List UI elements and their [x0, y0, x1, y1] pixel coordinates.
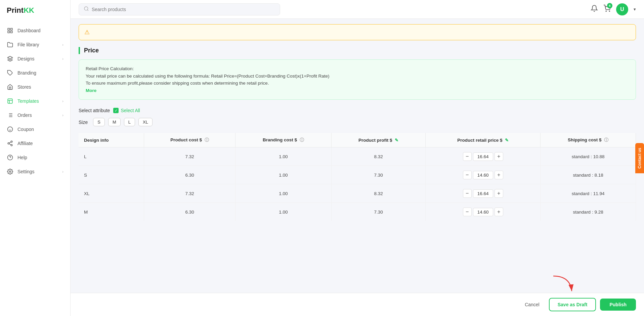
sidebar-item-label: Settings — [17, 169, 35, 174]
svg-line-26 — [87, 10, 88, 11]
retail-price-increment-2[interactable]: + — [495, 189, 503, 198]
retail-price-input-2[interactable] — [473, 189, 493, 198]
settings-icon — [7, 168, 13, 175]
cell-branding-cost-2: 1.00 — [235, 184, 331, 203]
cell-retail-price-2: − + — [426, 184, 541, 203]
info-icon-product-cost[interactable]: ⓘ — [205, 137, 209, 142]
retail-price-decrement-3[interactable]: − — [463, 208, 472, 216]
cell-retail-price-1: − + — [426, 166, 541, 184]
sidebar-item-label: Help — [17, 155, 27, 160]
cart-icon[interactable]: 6 — [603, 5, 611, 14]
size-l-button[interactable]: L — [124, 118, 135, 126]
search-bar[interactable] — [79, 3, 280, 15]
cart-badge: 6 — [607, 3, 612, 8]
cell-product-profit-2: 8.32 — [332, 184, 426, 203]
cell-product-profit-0: 8.32 — [332, 147, 426, 166]
logo-accent: KK — [24, 6, 34, 14]
retail-price-increment-3[interactable]: + — [495, 208, 503, 216]
size-s-button[interactable]: S — [93, 118, 105, 126]
th-product-retail: Product retail price $ ✎ — [426, 133, 541, 147]
size-xl-button[interactable]: XL — [138, 118, 153, 126]
sidebar-item-label: Templates — [17, 98, 39, 104]
retail-price-decrement-0[interactable]: − — [463, 152, 472, 161]
retail-price-increment-1[interactable]: + — [495, 171, 503, 179]
table-row: S 6.30 1.00 7.30 − + standard : 8.18 — [79, 166, 636, 184]
notification-bell[interactable] — [591, 5, 598, 14]
warning-icon: ⚠ — [84, 29, 90, 36]
th-design-info: Design info — [79, 133, 144, 147]
cancel-button[interactable]: Cancel — [519, 299, 545, 310]
chevron-right-icon: › — [62, 170, 63, 174]
edit-icon-product-profit[interactable]: ✎ — [395, 138, 398, 143]
sidebar-item-label: Dashboard — [17, 28, 41, 33]
svg-point-14 — [8, 127, 13, 132]
grid-icon — [7, 27, 13, 34]
sidebar-item-label: Branding — [17, 70, 36, 76]
header: 6 U ▾ — [71, 0, 644, 19]
svg-rect-0 — [8, 28, 9, 30]
app-logo: PrintKK — [0, 0, 70, 21]
cell-retail-price-3: − + — [426, 203, 541, 221]
cell-product-cost-1: 6.30 — [144, 166, 235, 184]
sidebar-item-help[interactable]: Help — [0, 150, 70, 165]
cell-size-2: XL — [79, 184, 144, 203]
info-icon-branding-cost[interactable]: ⓘ — [300, 137, 304, 142]
table-header-row: Design info Product cost $ ⓘ Branding co… — [79, 133, 636, 147]
sidebar-item-templates[interactable]: Templates › — [0, 94, 70, 108]
save-as-draft-button[interactable]: Save as Draft — [549, 298, 596, 311]
cell-branding-cost-0: 1.00 — [235, 147, 331, 166]
attribute-row: Select attribute ✓ Select All — [79, 108, 636, 113]
cell-shipping-3: standard : 9.28 — [541, 203, 636, 221]
sidebar-item-affiliate[interactable]: Affiliate — [0, 136, 70, 150]
svg-point-25 — [84, 7, 88, 10]
th-design-info-label: Design info — [84, 138, 109, 143]
retail-price-decrement-1[interactable]: − — [463, 171, 472, 179]
sidebar-item-stores[interactable]: Stores — [0, 80, 70, 94]
retail-price-input-0[interactable] — [473, 152, 493, 161]
svg-point-28 — [609, 11, 610, 11]
th-shipping-cost: Shipping cost $ ⓘ — [541, 133, 636, 147]
retail-price-increment-0[interactable]: + — [495, 152, 503, 161]
chevron-right-icon: › — [62, 113, 63, 117]
publish-button[interactable]: Publish — [600, 299, 636, 311]
sidebar-item-settings[interactable]: Settings › — [0, 165, 70, 179]
size-m-button[interactable]: M — [108, 118, 121, 126]
chevron-right-icon: › — [62, 57, 63, 61]
cell-product-cost-0: 7.32 — [144, 147, 235, 166]
select-all-checkbox[interactable]: ✓ Select All — [113, 108, 140, 113]
svg-line-20 — [9, 144, 11, 145]
sidebar-item-file-library[interactable]: File library › — [0, 38, 70, 52]
header-actions: 6 U ▾ — [591, 3, 636, 15]
sidebar-item-label: File library — [17, 42, 39, 47]
user-menu[interactable]: ▾ — [634, 7, 636, 12]
svg-rect-1 — [11, 28, 12, 30]
more-link[interactable]: More — [86, 88, 96, 93]
sidebar-item-branding[interactable]: Branding — [0, 66, 70, 80]
info-icon-shipping-cost[interactable]: ⓘ — [604, 137, 608, 142]
cell-shipping-0: standard : 10.88 — [541, 147, 636, 166]
size-label: Size — [79, 120, 88, 125]
th-branding-cost: Branding cost $ ⓘ — [235, 133, 331, 147]
sidebar-item-label: Orders — [17, 112, 32, 118]
th-shipping-cost-label: Shipping cost $ — [568, 137, 602, 142]
sidebar-item-coupon[interactable]: Coupon — [0, 122, 70, 136]
list-icon — [7, 112, 13, 119]
sidebar-item-dashboard[interactable]: Dashboard — [0, 24, 70, 38]
cell-size-3: M — [79, 203, 144, 221]
contact-us-tab[interactable]: Contact us — [635, 143, 644, 173]
table-row: M 6.30 1.00 7.30 − + standard : 9.28 — [79, 203, 636, 221]
svg-point-24 — [9, 171, 11, 173]
template-icon — [7, 98, 13, 104]
svg-line-21 — [9, 142, 11, 143]
sidebar-item-designs[interactable]: Designs › — [0, 52, 70, 66]
table-row: XL 7.32 1.00 8.32 − + standard : 11.94 — [79, 184, 636, 203]
svg-point-18 — [8, 143, 9, 144]
sidebar: PrintKK Dashboard File library › Designs… — [0, 0, 71, 316]
search-input[interactable] — [92, 7, 275, 12]
edit-icon-product-retail[interactable]: ✎ — [505, 138, 509, 143]
retail-price-input-1[interactable] — [473, 171, 493, 179]
sidebar-item-orders[interactable]: Orders › — [0, 108, 70, 122]
cell-product-cost-2: 7.32 — [144, 184, 235, 203]
retail-price-input-3[interactable] — [473, 208, 493, 216]
retail-price-decrement-2[interactable]: − — [463, 189, 472, 198]
